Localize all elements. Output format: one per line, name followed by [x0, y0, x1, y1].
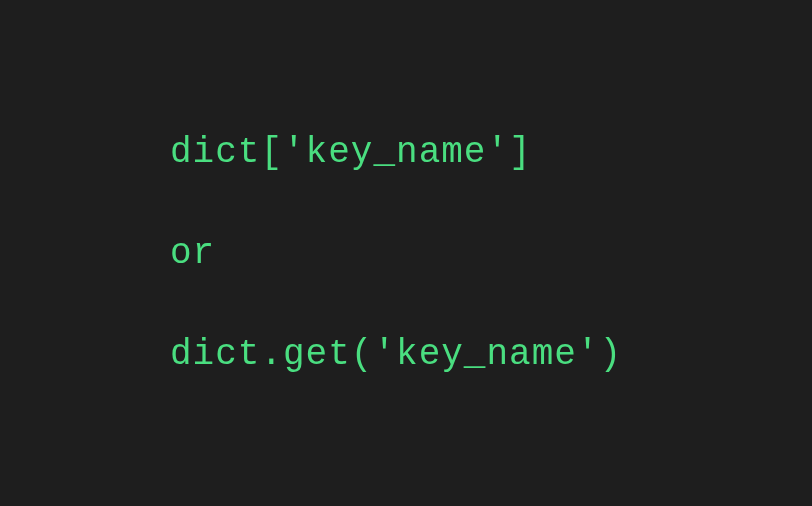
code-line-3: dict.get('key_name') — [170, 334, 622, 375]
code-line-1: dict['key_name'] — [170, 132, 622, 173]
code-line-2: or — [170, 233, 622, 274]
code-block: dict['key_name'] or dict.get('key_name') — [170, 132, 622, 375]
